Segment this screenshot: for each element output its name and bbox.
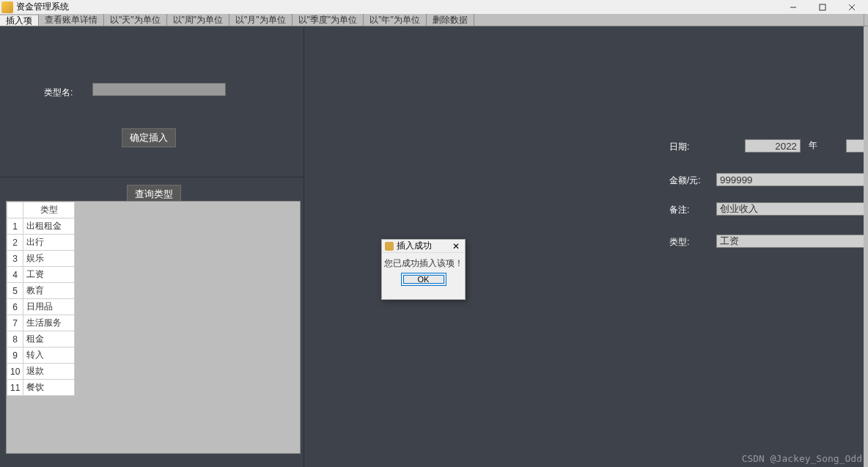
row-index: 2 [7, 235, 23, 251]
row-value: 教育 [23, 283, 75, 299]
table-row[interactable]: 3娱乐 [7, 251, 75, 267]
tab-scroll-grip[interactable] [864, 14, 868, 26]
row-value: 出租租金 [23, 218, 75, 235]
confirm-insert-type-button[interactable]: 确定插入 [122, 128, 176, 147]
tab-quarter[interactable]: 以"季度"为单位 [293, 14, 364, 26]
table-row[interactable]: 11餐饮 [7, 380, 75, 396]
minimize-button[interactable] [779, 0, 808, 14]
row-index: 8 [7, 331, 23, 348]
row-index: 5 [7, 283, 23, 299]
row-index: 9 [7, 348, 23, 364]
row-value: 租金 [23, 331, 75, 348]
type-table: 类型 1出租租金2出行3娱乐4工资5教育6日用品7生活服务8租金9转入10退款1… [7, 202, 75, 396]
row-value: 出行 [23, 235, 75, 251]
tab-month[interactable]: 以"月"为单位 [229, 14, 293, 26]
tab-insert[interactable]: 插入项 [0, 14, 39, 26]
table-row[interactable]: 8租金 [7, 331, 75, 348]
app-icon [1, 1, 13, 13]
type-name-input[interactable] [92, 83, 226, 96]
remark-input[interactable] [716, 202, 868, 216]
left-pane: 类型名: 确定插入 查询类型 类型 1出租租金2出行3娱乐4工资5教育6日用品7… [0, 26, 304, 467]
corner-cell [7, 202, 23, 218]
row-index: 3 [7, 251, 23, 267]
tab-week[interactable]: 以"周"为单位 [167, 14, 230, 26]
divider [0, 177, 304, 177]
row-value: 生活服务 [23, 315, 75, 331]
row-index: 10 [7, 364, 23, 380]
row-value: 娱乐 [23, 251, 75, 267]
table-row[interactable]: 4工资 [7, 267, 75, 283]
amount-input[interactable] [716, 173, 868, 186]
amount-label: 金额/元: [669, 174, 713, 187]
col-header-type: 类型 [23, 202, 75, 218]
row-index: 7 [7, 315, 23, 331]
dialog-body: 您已成功插入该项！ [382, 253, 465, 273]
date-label: 日期: [669, 141, 713, 153]
right-scrollbar[interactable] [864, 26, 868, 467]
row-index: 4 [7, 267, 23, 283]
row-value: 工资 [23, 267, 75, 283]
row-value: 日用品 [23, 299, 75, 315]
tab-day[interactable]: 以"天"为单位 [104, 14, 167, 26]
dialog-close-button[interactable]: ✕ [450, 241, 462, 251]
table-row[interactable]: 5教育 [7, 283, 75, 299]
row-index: 6 [7, 299, 23, 315]
table-row[interactable]: 2出行 [7, 235, 75, 251]
dialog-title: 插入成功 [397, 240, 432, 252]
watermark: CSDN @Jackey_Song_Odd [742, 453, 862, 464]
app-title: 资金管理系统 [16, 1, 69, 13]
row-value: 餐饮 [23, 380, 75, 396]
table-row[interactable]: 9转入 [7, 348, 75, 364]
svg-rect-1 [820, 4, 825, 10]
dialog-icon [385, 242, 394, 251]
tab-delete[interactable]: 删除数据 [427, 14, 474, 26]
type-table-wrap: 类型 1出租租金2出行3娱乐4工资5教育6日用品7生活服务8租金9转入10退款1… [6, 201, 301, 454]
remark-label: 备注: [669, 204, 713, 216]
row-value: 转入 [23, 348, 75, 364]
maximize-button[interactable] [808, 0, 837, 14]
close-button[interactable] [837, 0, 867, 14]
table-row[interactable]: 1出租租金 [7, 218, 75, 235]
window-controls [779, 0, 867, 14]
table-row[interactable]: 7生活服务 [7, 315, 75, 331]
year-input[interactable] [745, 139, 801, 152]
tab-year[interactable]: 以"年"为单位 [364, 14, 427, 26]
type-label: 类型: [669, 236, 713, 249]
success-dialog: 插入成功 ✕ 您已成功插入该项！ OK [381, 239, 466, 300]
title-bar: 资金管理系统 [0, 0, 868, 14]
tab-strip: 插入项 查看账单详情 以"天"为单位 以"周"为单位 以"月"为单位 以"季度"… [0, 14, 868, 26]
dialog-title-bar: 插入成功 ✕ [382, 240, 465, 253]
type-input[interactable] [716, 235, 868, 248]
row-index: 1 [7, 218, 23, 235]
year-unit: 年 [809, 139, 817, 152]
table-row[interactable]: 10退款 [7, 364, 75, 380]
row-value: 退款 [23, 364, 75, 380]
table-row[interactable]: 6日用品 [7, 299, 75, 315]
type-name-label: 类型名: [44, 87, 73, 99]
row-index: 11 [7, 380, 23, 396]
tab-view-bill[interactable]: 查看账单详情 [39, 14, 104, 26]
dialog-ok-button[interactable]: OK [401, 273, 446, 286]
